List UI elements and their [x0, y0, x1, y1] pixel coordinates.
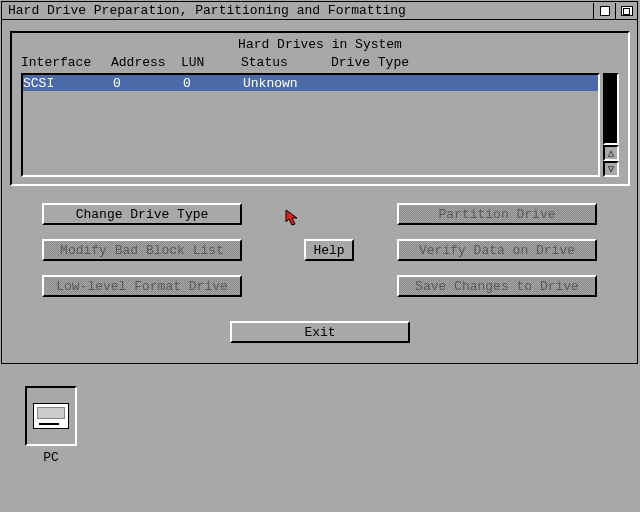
- column-headers: Interface Address LUN Status Drive Type: [21, 55, 619, 70]
- scroll-track[interactable]: [603, 73, 619, 145]
- drive-list[interactable]: SCSI 0 0 Unknown: [21, 73, 600, 177]
- window-title: Hard Drive Preparation, Partitioning and…: [8, 3, 593, 18]
- cell-address: 0: [113, 76, 183, 91]
- save-changes-label: Save Changes to Drive: [415, 279, 579, 294]
- modify-bad-block-button[interactable]: Modify Bad Block List: [42, 239, 242, 261]
- scroll-down-button[interactable]: ▽: [603, 161, 619, 177]
- help-label: Help: [313, 243, 344, 258]
- exit-button[interactable]: Exit: [230, 321, 410, 343]
- zoom-gadget[interactable]: [615, 3, 637, 19]
- save-changes-button[interactable]: Save Changes to Drive: [397, 275, 597, 297]
- iconify-icon: [600, 6, 610, 16]
- header-status: Status: [241, 55, 331, 70]
- partition-drive-label: Partition Drive: [438, 207, 555, 222]
- drive-row[interactable]: SCSI 0 0 Unknown: [23, 75, 598, 91]
- arrow-up-icon: △: [608, 147, 614, 159]
- drives-panel: Hard Drives in System Interface Address …: [10, 31, 630, 186]
- header-interface: Interface: [21, 55, 111, 70]
- desktop-drive-icon[interactable]: PC: [23, 386, 79, 465]
- verify-data-label: Verify Data on Drive: [419, 243, 575, 258]
- partition-drive-button[interactable]: Partition Drive: [397, 203, 597, 225]
- window-titlebar[interactable]: Hard Drive Preparation, Partitioning and…: [2, 2, 637, 20]
- change-drive-type-button[interactable]: Change Drive Type: [42, 203, 242, 225]
- main-window: Hard Drive Preparation, Partitioning and…: [1, 1, 638, 364]
- list-scrollbar: △ ▽: [603, 73, 619, 177]
- help-button[interactable]: Help: [304, 239, 354, 261]
- arrow-down-icon: ▽: [608, 163, 614, 175]
- change-drive-type-label: Change Drive Type: [76, 207, 209, 222]
- exit-label: Exit: [304, 325, 335, 340]
- cell-interface: SCSI: [23, 76, 113, 91]
- cell-lun: 0: [183, 76, 243, 91]
- scroll-up-button[interactable]: △: [603, 145, 619, 161]
- iconify-gadget[interactable]: [593, 3, 615, 19]
- low-level-format-label: Low-level Format Drive: [56, 279, 228, 294]
- header-type: Drive Type: [331, 55, 619, 70]
- low-level-format-button[interactable]: Low-level Format Drive: [42, 275, 242, 297]
- panel-heading: Hard Drives in System: [12, 37, 628, 52]
- desktop-icon-label: PC: [41, 450, 61, 465]
- drive-glyph-icon: [33, 403, 69, 429]
- zoom-icon: [621, 6, 633, 16]
- header-lun: LUN: [181, 55, 241, 70]
- drive-icon-frame: [25, 386, 77, 446]
- verify-data-button[interactable]: Verify Data on Drive: [397, 239, 597, 261]
- modify-bad-block-label: Modify Bad Block List: [60, 243, 224, 258]
- header-address: Address: [111, 55, 181, 70]
- cell-status: Unknown: [243, 76, 333, 91]
